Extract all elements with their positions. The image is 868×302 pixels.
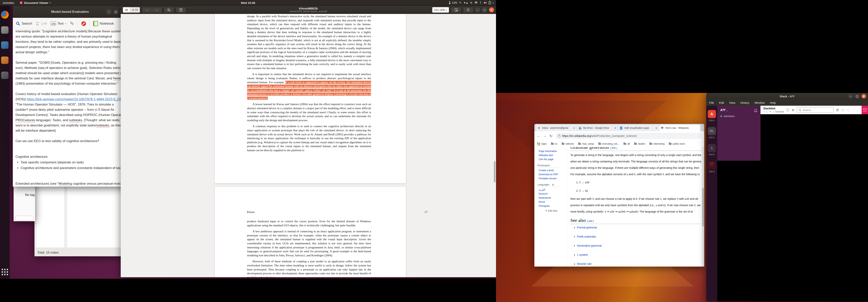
browser-tab[interactable]: My Drive - Google Drive✕: [577, 125, 618, 131]
tag-filter-item[interactable]: No tag: [25, 193, 35, 197]
sidebar-link[interactable]: Wikidata item: [538, 154, 567, 157]
slack-tray-icon[interactable]: ✳: [470, 1, 472, 5]
sidebar-language-link[interactable]: Nederlands: [538, 197, 567, 199]
page-number-input[interactable]: 16: [123, 7, 130, 12]
close-tab-icon[interactable]: ✕: [655, 127, 657, 130]
pdf-headerbar[interactable]: 16 of 29 ‹ › KierasMBE2b: [121, 6, 496, 14]
slack-titlebar[interactable]: Slack - A²I² – ▢ ✕: [706, 93, 868, 100]
gift-button[interactable]: [862, 106, 868, 114]
find-button[interactable]: [164, 7, 174, 13]
reload-button[interactable]: ↻: [550, 134, 553, 138]
bookmark-folder[interactable]: deakin: [634, 142, 645, 145]
notebook-button[interactable]: Notebook: [93, 21, 114, 26]
workspace-icon[interactable]: A: [708, 110, 716, 118]
pdf-scrollbar[interactable]: [494, 161, 495, 182]
star-icon[interactable]: ☆: [763, 110, 765, 113]
edit-link[interactable]: [ edit ]: [610, 147, 617, 149]
user-presence[interactable]: simmons: [720, 114, 761, 118]
pdf-document-area[interactable]: design. In a parallel with Norman's inte…: [121, 14, 496, 277]
address-bar[interactable]: https://en.wikipedia.org/wiki/Production…: [555, 133, 702, 139]
system-indicators[interactable]: 13%✎▼▲✳ᛒ▾: [447, 0, 495, 5]
app-icon-3[interactable]: [1, 57, 8, 64]
page-number-spinner[interactable]: 16 of 29: [123, 7, 140, 13]
bookmark-folder[interactable]: public trans: [669, 142, 685, 145]
sidebar-language-link[interactable]: Deutsch: [538, 193, 567, 195]
sidebar-link[interactable]: Page information: [538, 150, 567, 153]
wiki-link[interactable]: L-system: [577, 253, 588, 256]
sidebar-link[interactable]: Download as PDF: [538, 173, 567, 176]
app-icon-2[interactable]: [1, 41, 8, 49]
close-tab-icon[interactable]: ✕: [573, 127, 575, 130]
menu-item[interactable]: Window: [754, 101, 765, 104]
workspace-icon[interactable]: [708, 161, 716, 169]
link-button[interactable]: Link: [36, 22, 47, 26]
sidebar-language-link[interactable]: Norsk: [538, 201, 567, 203]
menu-item[interactable]: View: [729, 101, 735, 104]
browser-tab[interactable]: WHick's law - Wikipedia: [659, 125, 700, 131]
wiki-link[interactable]: Formal grammar: [577, 226, 597, 229]
delete-button[interactable]: [81, 21, 86, 26]
maximize-button[interactable]: ▢: [855, 94, 860, 99]
mentions-icon[interactable]: @: [836, 108, 839, 112]
wikipedia-article[interactable]: Grammar generation [ edit ]To generate a…: [567, 147, 702, 267]
slack-search-box[interactable]: Search: [797, 107, 834, 113]
activities-button[interactable]: Activities: [0, 0, 17, 5]
wifi-icon[interactable]: [474, 1, 478, 4]
browser-scrollbar[interactable]: [702, 147, 704, 267]
clock[interactable]: Wed 15:45: [241, 1, 255, 4]
show-applications-icon[interactable]: [2, 269, 8, 275]
bookmark-folder[interactable]: os: [551, 142, 557, 145]
bluetooth-icon[interactable]: ᛒ: [480, 1, 482, 4]
menu-item[interactable]: History: [740, 101, 749, 104]
firefox-icon[interactable]: [1, 11, 9, 19]
notifications-bell-icon[interactable]: [754, 109, 757, 113]
search-button[interactable]: Search: [16, 22, 32, 26]
wiki-link[interactable]: Finite automata: [577, 235, 596, 238]
minimize-button[interactable]: –: [848, 94, 853, 99]
app-icon-1[interactable]: [1, 26, 8, 34]
gear-icon[interactable]: ⚙: [552, 183, 554, 186]
temperature-icon[interactable]: 13%: [449, 1, 457, 4]
sidebar-link[interactable]: Cite this page: [538, 158, 567, 161]
tools-button[interactable]: [69, 21, 74, 27]
next-page-button[interactable]: ›: [152, 7, 162, 12]
volume-icon[interactable]: [484, 1, 487, 4]
edit-link[interactable]: [ edit ]: [587, 220, 594, 223]
pen-indicator-icon[interactable]: ✎: [459, 1, 462, 4]
tag-search-field[interactable]: [15, 216, 33, 221]
menu-button[interactable]: ☰: [463, 7, 473, 13]
workspace-icon[interactable]: λ: [708, 144, 716, 152]
app-menu[interactable]: e Document Viewer▾: [17, 0, 54, 5]
zoom-selector[interactable]: 121.12% ∨: [432, 7, 449, 13]
forward-button[interactable]: →: [543, 134, 547, 138]
workspace-icon[interactable]: DL: [708, 127, 716, 135]
settings-gear-icon[interactable]: ⚙: [792, 108, 795, 112]
browser-tab[interactable]: draft visualisation pape✕: [618, 125, 659, 131]
side-pane-button[interactable]: [176, 7, 186, 13]
minimize-button[interactable]: –: [475, 7, 480, 12]
sidebar-language-link[interactable]: العربية: [538, 188, 567, 191]
close-button[interactable]: ✕: [489, 7, 494, 12]
hyperlink[interactable]: https://link.springer.com/chapter/10.100…: [27, 97, 121, 101]
edit-links[interactable]: ✎ Edit links: [538, 209, 567, 212]
bookmark-folder[interactable]: interesting: [649, 142, 664, 145]
chevron-down-icon[interactable]: ▾: [493, 2, 494, 4]
minimize-button[interactable]: –: [106, 9, 112, 14]
bookmark-folder[interactable]: afl: [623, 142, 630, 145]
annotate-button[interactable]: [451, 7, 461, 13]
note-text-area[interactable]: interesting quote: "[cognitive architect…: [13, 29, 127, 187]
close-button[interactable]: ✕: [861, 94, 866, 99]
sidebar-link[interactable]: Create a book: [538, 169, 567, 172]
close-tab-icon[interactable]: ✕: [614, 127, 616, 130]
info-icon[interactable]: ⓘ: [786, 108, 789, 112]
battery-charging-icon[interactable]: [489, 1, 491, 4]
menu-item[interactable]: File: [709, 101, 714, 104]
bookmark-folder[interactable]: mac_setup: [578, 142, 594, 145]
bookmark-folder[interactable]: skillsets: [562, 142, 574, 145]
menu-item[interactable]: Help: [770, 101, 776, 104]
previous-page-button[interactable]: ‹: [142, 7, 152, 12]
menu-item[interactable]: Edit: [719, 101, 724, 104]
maximize-button[interactable]: ▢: [113, 9, 118, 14]
app-icon-4[interactable]: [1, 72, 8, 79]
note-editor-titlebar[interactable]: Model-based Evaluation – ▢ ✕: [13, 6, 127, 18]
